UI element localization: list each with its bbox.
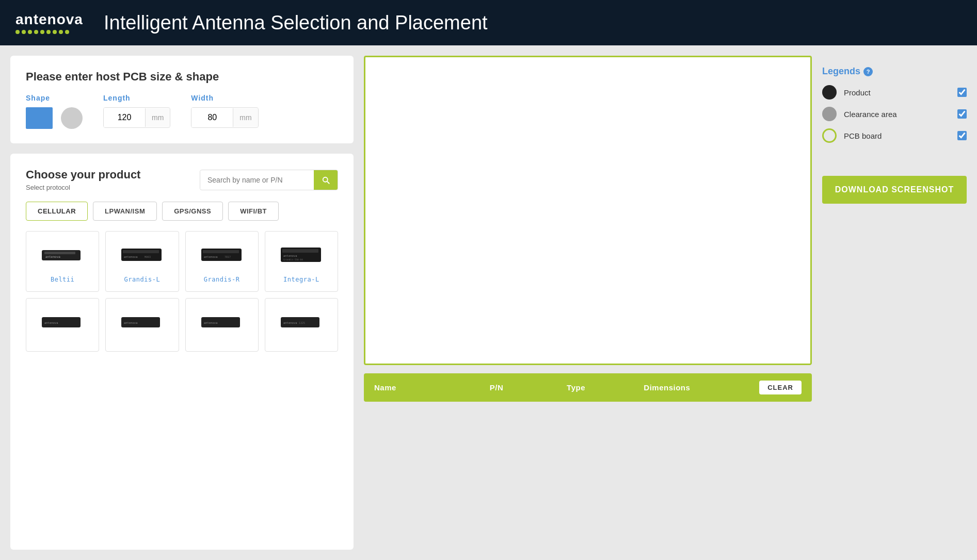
product-image-integra-l: antenova Grandis-ISA-04 [276,240,327,271]
logo-dot-8 [59,30,63,34]
svg-text:antenova: antenova [45,255,60,258]
shape-group: Shape [26,94,83,129]
svg-text:antenova: antenova [124,321,138,324]
legend-dot-product [822,85,837,100]
antenna-svg-row2-3: antenova [199,309,245,335]
product-card-row2-4[interactable]: antenova 1325 [265,298,338,352]
legend-item-product: Product [822,85,967,100]
shape-rect-button[interactable] [26,107,53,129]
svg-text:1325: 1325 [299,321,305,324]
product-section-title: Choose your product [26,168,140,182]
pcb-section-title: Please enter host PCB size & shape [26,70,338,84]
logo-dot-3 [28,30,32,34]
product-image-grandis-r: antenova 7817 [196,240,248,271]
shape-label: Shape [26,94,83,102]
table-col-name: Name [374,383,490,392]
download-screenshot-button[interactable]: DOWNLOAD SCREENSHOT [822,176,967,204]
svg-rect-12 [282,249,318,253]
logo-text: antenova [15,11,83,28]
legend-label-product: Product [844,88,957,97]
legend-checkbox-clearance[interactable] [957,109,967,119]
product-name-grandis-l: Grandis-L [124,276,161,283]
tab-lpwan[interactable]: LPWAN/ISM [93,202,157,221]
logo-dot-4 [34,30,38,34]
antenna-svg-grandis-r: antenova 7817 [199,242,245,268]
right-panel: Legends ? Product Clearance area PCB boa… [822,56,967,550]
product-section-subtitle: Select protocol [26,184,140,191]
antenna-svg-grandis-l: antenova M003 [119,242,165,268]
product-image-grandis-l: antenova M003 [116,240,168,271]
pcb-form-row: Shape Length mm Width [26,94,338,129]
left-panel: Please enter host PCB size & shape Shape… [10,56,354,550]
legend-dot-pcb [822,128,837,143]
search-input[interactable] [200,171,314,189]
product-card-row2-3[interactable]: antenova [185,298,259,352]
logo: antenova Intelligent Antenna Selection a… [15,11,488,34]
product-card-row2-1[interactable]: antenova [26,298,99,352]
product-card-row2-2[interactable]: antenova [105,298,179,352]
product-image-row2-2: antenova [116,307,168,338]
main-layout: Please enter host PCB size & shape Shape… [0,45,977,560]
logo-dots [15,30,69,34]
antenna-svg-row2-4: antenova 1325 [278,309,325,335]
legend-label-clearance: Clearance area [844,110,957,119]
logo-dot-5 [40,30,44,34]
length-input[interactable] [104,108,145,127]
svg-rect-8 [203,250,239,253]
legend-checkbox-pcb[interactable] [957,131,967,140]
legend-item-pcb: PCB board [822,128,967,143]
product-section: Choose your product Select protocol CELL… [10,154,354,550]
product-name-beltii: Beltii [51,276,74,283]
product-card-beltii[interactable]: antenova Beltii [26,231,99,292]
svg-text:antenova: antenova [204,255,218,258]
product-grid: antenova Beltii antenova M003 Gr [26,231,338,352]
width-label: Width [191,94,258,102]
tab-wifi[interactable]: WIFI/BT [228,202,279,221]
protocol-tabs: CELLULAR LPWAN/ISM GPS/GNSS WIFI/BT [26,202,338,221]
legends-section: Legends ? Product Clearance area PCB boa… [822,61,967,155]
antenna-svg-beltii: antenova [39,242,86,268]
product-image-row2-3: antenova [196,307,248,338]
table-section: Name P/N Type Dimensions CLEAR [364,373,812,402]
table-header: Name P/N Type Dimensions CLEAR [364,373,812,402]
product-card-integra-l[interactable]: antenova Grandis-ISA-04 Integra-L [265,231,338,292]
svg-text:antenova: antenova [124,255,138,258]
legend-item-clearance: Clearance area [822,107,967,121]
svg-text:Grandis-ISA-04: Grandis-ISA-04 [283,258,303,261]
table-col-type: Type [567,383,644,392]
tab-gps[interactable]: GPS/GNSS [162,202,223,221]
product-card-grandis-r[interactable]: antenova 7817 Grandis-R [185,231,259,292]
legends-title: Legends ? [822,66,967,77]
svg-rect-4 [123,250,159,253]
width-input[interactable] [191,108,233,127]
pcb-canvas[interactable] [364,56,812,365]
clear-button[interactable]: CLEAR [759,381,802,394]
svg-text:M003: M003 [145,255,151,258]
shape-round-button[interactable] [61,107,83,129]
length-label: Length [103,94,170,102]
page-title: Intelligent Antenna Selection and Placem… [104,12,488,34]
help-icon[interactable]: ? [863,67,873,76]
svg-text:antenova: antenova [204,321,218,324]
svg-text:antenova: antenova [44,321,58,324]
legends-label: Legends [822,66,860,77]
legend-dot-clearance [822,107,837,121]
header: antenova Intelligent Antenna Selection a… [0,0,977,45]
product-image-row2-1: antenova [37,307,88,338]
svg-text:7817: 7817 [225,255,231,258]
antenna-svg-row2-1: antenova [39,309,86,335]
length-unit: mm [145,108,170,127]
product-image-beltii: antenova [37,240,88,271]
product-card-grandis-l[interactable]: antenova M003 Grandis-L [105,231,179,292]
table-col-pn: P/N [490,383,567,392]
table-col-dimensions: Dimensions [644,383,759,392]
pcb-section: Please enter host PCB size & shape Shape… [10,56,354,143]
logo-dot-1 [15,30,20,34]
antenna-svg-integra-l: antenova Grandis-ISA-04 [278,242,325,268]
legend-checkbox-product[interactable] [957,88,967,97]
tab-cellular[interactable]: CELLULAR [26,202,88,221]
logo-dot-2 [22,30,26,34]
shape-options [26,107,83,129]
search-button[interactable] [314,170,338,190]
logo-dot-9 [65,30,69,34]
